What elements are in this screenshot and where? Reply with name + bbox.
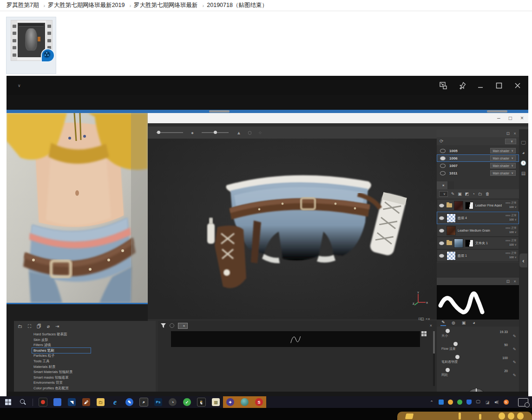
breadcrumb-item[interactable]: 罗其胜第7期 › [7, 1, 45, 9]
import-icon[interactable]: ⇥ [55, 324, 59, 329]
layer-row[interactable]: Leather Fine Aged nrm 正常 100 ∨ [437, 199, 519, 212]
taskbar-search-icon[interactable] [16, 396, 30, 408]
slider-knob[interactable] [455, 355, 460, 359]
pen-pressure-icon[interactable]: ✎ [512, 373, 516, 378]
add-folder-icon[interactable]: 🗀 [478, 192, 482, 196]
log-icon[interactable]: ▤ [520, 170, 526, 176]
pin-icon[interactable] [458, 81, 466, 90]
tab-texture-set-settings[interactable] [447, 181, 454, 189]
app-minimize-icon[interactable]: – [497, 115, 500, 121]
collapse-panel-chevron[interactable]: ‹ [519, 253, 527, 267]
visibility-eye-icon[interactable] [440, 171, 446, 175]
dock-icon[interactable]: ⊡ [506, 131, 510, 136]
app-swan-icon[interactable]: ◥ [65, 396, 79, 408]
internet-explorer-icon[interactable]: e [108, 396, 122, 408]
texture-set-row[interactable]: 1011 Main shader∨ [437, 169, 519, 177]
tray-display-icon[interactable]: 🖵 [475, 399, 482, 406]
tray-volume-icon[interactable]: 🕬 [493, 399, 500, 406]
breadcrumb-item[interactable]: 20190718（贴图结束） › [207, 1, 268, 9]
close-icon[interactable]: × [513, 279, 516, 284]
photo-viewer-icon[interactable]: ⌕ [137, 396, 151, 408]
close-icon[interactable]: × [442, 183, 444, 187]
delete-layer-icon[interactable]: 🗑 [486, 192, 490, 196]
shelf-scrollbar[interactable] [433, 331, 435, 386]
texture-set-row[interactable]: 1006 Main shader∨ [437, 154, 519, 162]
layer-visibility-icon[interactable] [439, 204, 444, 207]
slider-knob[interactable] [446, 329, 450, 333]
shader-dropdown[interactable]: Main shader∨ [490, 163, 516, 168]
tab-material-icon[interactable]: ◕ [471, 320, 477, 326]
tray-pen-icon[interactable]: ◪ [484, 399, 491, 406]
brush-opacity-slider[interactable] [202, 132, 229, 133]
tray-shield-icon[interactable] [466, 399, 473, 406]
pen-pressure-icon[interactable]: ✎ [512, 347, 516, 352]
close-icon[interactable]: × [430, 323, 432, 328]
folder-icon[interactable]: 🗀 [18, 324, 22, 329]
viewport-3d[interactable]: Y X Z [148, 139, 437, 319]
chip-close-icon[interactable]: × [183, 324, 185, 327]
dock-icon[interactable]: ⊡ [506, 279, 510, 284]
symmetry-icon[interactable]: ⬡ [248, 130, 252, 135]
layer-row[interactable]: 图层 4 nrm 正常 100 ∨ [437, 212, 519, 224]
brush-size-slider[interactable] [156, 132, 183, 133]
history-icon[interactable]: 🕒 [520, 160, 526, 166]
tab-alpha-icon[interactable]: ◍ [451, 320, 456, 326]
mini-mode-icon[interactable] [439, 81, 447, 90]
tray-app-blue-icon[interactable] [438, 399, 445, 406]
shader-dropdown[interactable]: Main shader∨ [490, 170, 516, 176]
brush-dot-icon[interactable]: ● [191, 130, 194, 135]
add-paint-layer-icon[interactable]: ▣ [458, 192, 462, 196]
shader-settings-icon[interactable]: ◕ [520, 150, 526, 156]
layer-row[interactable]: 文件夹 1 nrm 正常 100 ∨ [437, 237, 519, 249]
pen-pressure-icon[interactable]: ✎ [512, 360, 516, 365]
action-center-icon[interactable] [518, 398, 528, 407]
layer-row[interactable]: 图层 1 nrm 正常 100 ∨ [437, 249, 519, 262]
add-fill-layer-icon[interactable]: ◩ [465, 192, 469, 196]
notepad-icon[interactable]: ▤ [209, 396, 223, 408]
media-globe-icon[interactable]: ◔ [165, 396, 180, 408]
layer-visibility-icon[interactable] [439, 229, 444, 233]
visibility-eye-icon[interactable] [440, 149, 446, 153]
expand-icon[interactable]: ⛶ [28, 324, 31, 329]
filter-circle-icon[interactable] [170, 323, 174, 328]
tray-green-icon[interactable] [456, 399, 463, 406]
app-maximize-icon[interactable]: □ [509, 115, 512, 121]
player-titlebar[interactable]: ∨ [7, 76, 528, 95]
filter-chip[interactable]: × [178, 323, 188, 329]
grid-view-icon[interactable] [421, 331, 427, 336]
tab-brush-icon[interactable]: ✎ [440, 320, 446, 326]
app-close-icon[interactable]: × [520, 115, 524, 121]
layer-visibility-icon[interactable] [439, 241, 444, 245]
player-menu-button[interactable]: ∨ [16, 83, 21, 88]
slider-knob[interactable] [453, 342, 458, 346]
layer-visibility-icon[interactable] [439, 254, 444, 258]
settings-dropdown[interactable]: ∨ [505, 139, 516, 144]
app-blue-icon[interactable] [50, 396, 65, 408]
layer-visibility-icon[interactable] [439, 216, 444, 220]
app-pen-icon[interactable]: ✎ [122, 396, 137, 408]
visibility-eye-icon[interactable] [440, 164, 446, 168]
grid-icon[interactable]: ⁘ [258, 130, 262, 135]
brush-item[interactable] [159, 330, 432, 349]
breadcrumb-item[interactable]: 罗大胜第七期网络班最新 › [134, 1, 204, 9]
substance-painter-active-icon[interactable] [237, 396, 252, 408]
app-green-icon[interactable]: ✓ [180, 396, 194, 408]
channel-dropdown[interactable]: ∨ [439, 191, 448, 197]
refresh-icon[interactable]: ⟳ [440, 139, 443, 144]
app-paint-icon[interactable]: 🖌 [79, 396, 93, 408]
display-settings-icon[interactable]: 🖵 [520, 140, 526, 146]
file-tile-20190718[interactable] [6, 17, 56, 74]
hide-icon[interactable]: ⌀ [47, 324, 50, 329]
duplicate-icon[interactable]: 🗍 [37, 324, 41, 329]
photoshop-icon[interactable]: Ps [151, 396, 165, 408]
shader-dropdown[interactable]: Main shader∨ [490, 148, 516, 153]
start-button[interactable] [0, 396, 16, 408]
close-icon[interactable] [513, 81, 522, 90]
qq-icon[interactable]: 🐧 [194, 396, 209, 408]
maximize-icon[interactable] [495, 81, 503, 90]
tab-layers[interactable]: × [437, 181, 447, 189]
tray-qq-icon[interactable] [447, 399, 454, 406]
shelf-category[interactable]: Color profiles 色彩配置 [32, 385, 91, 392]
close-icon[interactable]: × [513, 131, 516, 136]
add-smart-material-icon[interactable]: ◔ [472, 192, 474, 196]
